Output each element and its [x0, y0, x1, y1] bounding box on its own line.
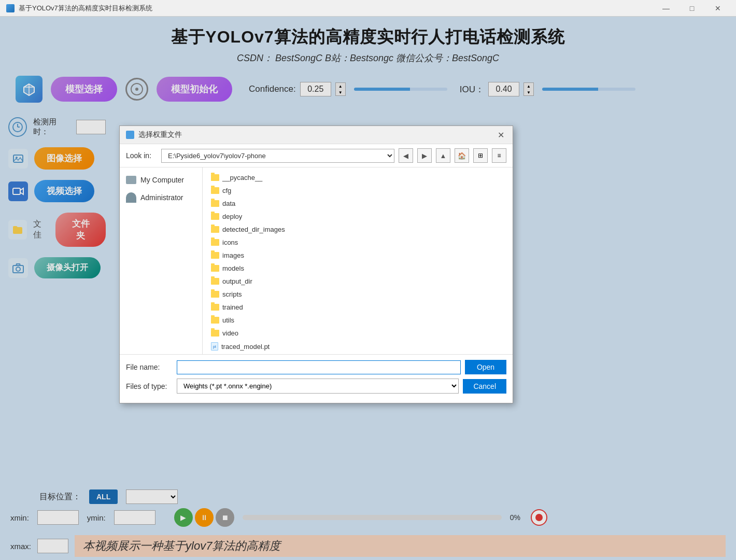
app-area: 基于YOLOv7算法的高精度实时行人打电话检测系统 CSDN： BestSong…	[0, 17, 736, 560]
app-icon	[6, 4, 15, 12]
file-item-images[interactable]: images	[207, 249, 358, 261]
filetype-label: Files of type:	[126, 382, 173, 390]
file-item-output[interactable]: output_dir	[207, 275, 358, 287]
file-label-traced-model: traced_model.pt	[221, 343, 270, 351]
file-label-deploy: deploy	[222, 213, 242, 220]
folder-icons-icon	[211, 239, 219, 246]
file-item-utils[interactable]: utils	[207, 314, 358, 326]
folder-cfg-icon	[211, 187, 219, 194]
file-item-deploy[interactable]: deploy	[207, 211, 358, 222]
dialog-body: My Computer Administrator __pycache__	[120, 167, 513, 354]
folder-scripts-icon	[211, 291, 219, 298]
filename-row: File name: Open	[126, 360, 506, 374]
folder-data-icon	[211, 200, 219, 207]
dialog-title: 选择权重文件	[138, 130, 182, 139]
filename-label: File name:	[126, 363, 173, 371]
view-list-button[interactable]: ≡	[492, 148, 506, 163]
title-bar-left: 基于YOLOv7算法的高精度实时目标检测系统	[6, 4, 152, 13]
computer-icon	[126, 176, 136, 184]
title-bar-text: 基于YOLOv7算法的高精度实时目标检测系统	[19, 4, 152, 13]
file-item-pycache[interactable]: __pycache__	[207, 172, 358, 184]
file-item-cfg[interactable]: cfg	[207, 185, 358, 197]
minimize-button[interactable]: —	[654, 2, 678, 15]
file-item-icons[interactable]: icons	[207, 236, 358, 248]
cancel-button[interactable]: Cancel	[463, 379, 506, 394]
maximize-button[interactable]: □	[680, 2, 704, 15]
file-label-models: models	[222, 264, 244, 272]
folder-detected-icon	[211, 226, 219, 233]
folder-trained-icon	[211, 304, 219, 311]
dialog-title-bar: 选择权重文件 ✕	[120, 126, 513, 144]
file-label-cfg: cfg	[222, 187, 231, 194]
sidebar-item-administrator[interactable]: Administrator	[120, 188, 202, 207]
folder-deploy-icon	[211, 213, 219, 220]
folder-images-icon	[211, 252, 219, 259]
title-bar: 基于YOLOv7算法的高精度实时目标检测系统 — □ ✕	[0, 0, 736, 17]
administrator-label: Administrator	[140, 193, 183, 202]
folder-output-icon	[211, 278, 219, 285]
file-label-icons: icons	[222, 239, 238, 246]
file-dialog: 选择权重文件 ✕ Look in: E:\Pyside6_yolov7\yolo…	[119, 125, 513, 403]
nav-back-button[interactable]: ◀	[399, 148, 413, 163]
dialog-close-button[interactable]: ✕	[495, 129, 506, 141]
close-button[interactable]: ✕	[706, 2, 730, 15]
file-label-pycache: __pycache__	[222, 174, 262, 181]
user-icon	[126, 192, 136, 203]
file-item-data[interactable]: data	[207, 198, 358, 209]
dialog-footer: File name: Open Files of type: Weights (…	[120, 354, 513, 403]
file-item-trained[interactable]: trained	[207, 301, 358, 313]
file-label-detected: detected_dir_images	[222, 226, 285, 233]
nav-up-button[interactable]: ▲	[436, 148, 450, 163]
path-input[interactable]: E:\Pyside6_yolov7\yolov7-phone	[161, 149, 394, 163]
dialog-icon	[126, 131, 134, 139]
my-computer-label: My Computer	[140, 176, 184, 184]
file-column-right: pt traced_model.pt	[207, 340, 358, 353]
file-label-scripts: scripts	[222, 290, 242, 298]
open-button[interactable]: Open	[465, 360, 506, 374]
file-item-models[interactable]: models	[207, 262, 358, 274]
pt-file-icon: pt	[211, 342, 218, 351]
file-item-scripts[interactable]: scripts	[207, 288, 358, 300]
view-icons-button[interactable]: ⊞	[473, 148, 488, 163]
folder-pycache-icon	[211, 174, 219, 181]
nav-forward-button[interactable]: ▶	[417, 148, 432, 163]
dialog-files: __pycache__ cfg data deploy	[203, 167, 513, 354]
dialog-sidebar: My Computer Administrator	[120, 167, 203, 354]
filename-input[interactable]	[177, 360, 461, 374]
folder-utils-icon	[211, 317, 219, 324]
file-label-data: data	[222, 200, 235, 207]
file-label-trained: trained	[222, 303, 243, 311]
file-label-utils: utils	[222, 316, 234, 324]
file-item-traced-model[interactable]: pt traced_model.pt	[207, 340, 358, 353]
title-bar-controls: — □ ✕	[654, 2, 730, 15]
look-in-label: Look in:	[126, 151, 157, 160]
file-item-video[interactable]: video	[207, 327, 358, 339]
file-item-detected[interactable]: detected_dir_images	[207, 223, 358, 235]
nav-home-button[interactable]: 🏠	[455, 148, 469, 163]
file-label-output: output_dir	[222, 277, 252, 285]
folder-video-icon	[211, 330, 219, 337]
dialog-toolbar: Look in: E:\Pyside6_yolov7\yolov7-phone …	[120, 144, 513, 167]
folder-models-icon	[211, 265, 219, 272]
file-label-images: images	[222, 251, 244, 259]
sidebar-item-my-computer[interactable]: My Computer	[120, 172, 202, 188]
file-label-video: video	[222, 329, 238, 337]
filetype-row: Files of type: Weights (*.pt *.onnx *.en…	[126, 379, 506, 394]
file-column-left: __pycache__ cfg data deploy	[207, 172, 358, 339]
dialog-title-text: 选择权重文件	[126, 130, 182, 139]
filetype-select[interactable]: Weights (*.pt *.onnx *.engine)	[177, 379, 459, 394]
